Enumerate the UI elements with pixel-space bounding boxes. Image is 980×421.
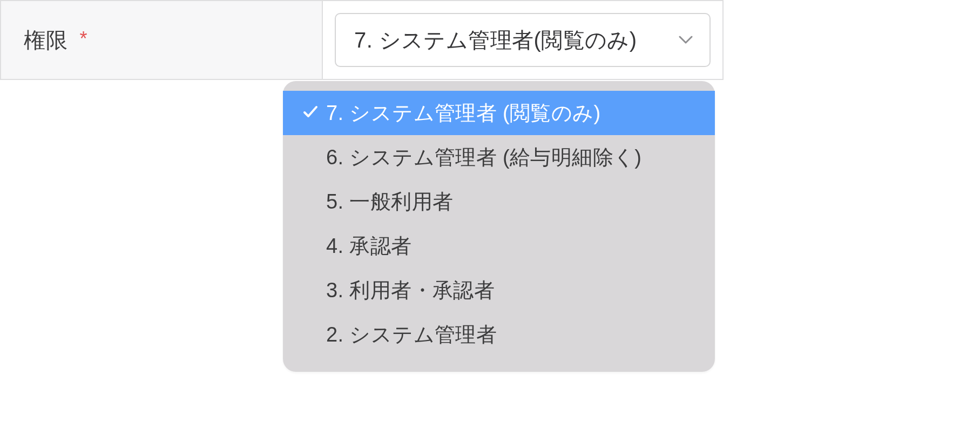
dropdown-option[interactable]: 5. 一般利用者 <box>283 179 715 224</box>
option-label: 2. システム管理者 <box>326 321 497 349</box>
dropdown-option[interactable]: 4. 承認者 <box>283 224 715 268</box>
dropdown-panel: 7. システム管理者 (閲覧のみ)6. システム管理者 (給与明細除く)5. 一… <box>283 81 715 372</box>
check-icon <box>295 102 326 125</box>
required-indicator: * <box>80 28 87 50</box>
label-cell: 権限 * <box>1 1 323 79</box>
field-label: 権限 <box>24 25 68 55</box>
option-label: 6. システム管理者 (給与明細除く) <box>326 144 641 171</box>
form-row-permission: 権限 * 7. システム管理者(閲覧のみ) 7. システム管理者 (閲覧のみ)6… <box>0 0 724 80</box>
chevron-down-icon <box>677 31 694 49</box>
dropdown-option[interactable]: 2. システム管理者 <box>283 312 715 357</box>
option-label: 7. システム管理者 (閲覧のみ) <box>326 99 601 127</box>
option-label: 5. 一般利用者 <box>326 188 453 216</box>
select-value-text: 7. システム管理者(閲覧のみ) <box>354 25 637 55</box>
dropdown-option[interactable]: 3. 利用者・承認者 <box>283 268 715 312</box>
dropdown-option[interactable]: 7. システム管理者 (閲覧のみ) <box>283 91 715 135</box>
option-label: 3. 利用者・承認者 <box>326 277 495 304</box>
option-label: 4. 承認者 <box>326 232 412 260</box>
permission-select[interactable]: 7. システム管理者(閲覧のみ) <box>335 13 711 67</box>
dropdown-option[interactable]: 6. システム管理者 (給与明細除く) <box>283 135 715 179</box>
field-cell: 7. システム管理者(閲覧のみ) 7. システム管理者 (閲覧のみ)6. システ… <box>323 1 722 79</box>
